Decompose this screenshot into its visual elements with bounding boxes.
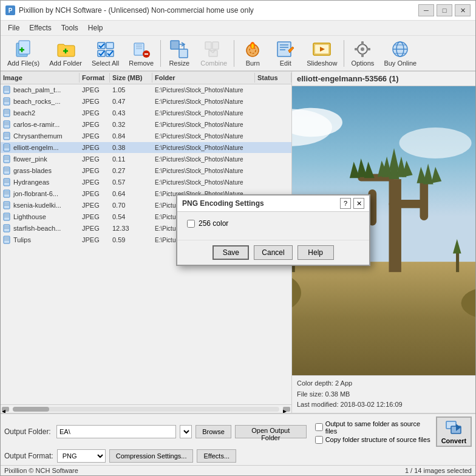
file-name-cell: flower_pink <box>1 154 80 165</box>
resize-button[interactable]: Resize <box>163 37 195 69</box>
scroll-track[interactable] <box>13 407 279 412</box>
svg-rect-50 <box>4 89 9 89</box>
menu-tools[interactable]: Tools <box>56 22 83 34</box>
file-type-icon <box>3 166 12 175</box>
compression-settings-button[interactable]: Compression Settings... <box>109 449 194 463</box>
file-name-cell: beach_rocks_... <box>1 96 80 107</box>
options-icon <box>353 39 372 59</box>
slideshow-button[interactable]: Slideshow <box>302 37 341 69</box>
table-row[interactable]: beach_rocks_...JPEG0.47E:\Pictures\Stock… <box>1 96 291 107</box>
buy-online-button[interactable]: Buy Online <box>379 37 421 69</box>
svg-rect-85 <box>4 191 9 192</box>
minimize-button[interactable]: ─ <box>418 4 434 16</box>
table-row[interactable]: ChrysanthemumJPEG0.84E:\Pictures\Stock_P… <box>1 131 291 142</box>
file-folder-cell: E:\Pictures\Stock_Photos\Nature <box>152 165 255 176</box>
modal-256color-checkbox[interactable] <box>187 220 195 228</box>
horizontal-scrollbar[interactable]: ◂ ▸ <box>1 404 291 413</box>
modal-cancel-button[interactable]: Cancel <box>254 245 292 260</box>
scroll-left-btn[interactable]: ◂ <box>2 407 9 412</box>
options-label: Options <box>351 59 374 67</box>
col-folder[interactable]: Folder <box>152 73 255 83</box>
file-format-cell: JPEG <box>80 188 110 199</box>
svg-rect-99 <box>4 228 9 229</box>
table-row[interactable]: beach2JPEG0.43E:\Pictures\Stock_Photos\N… <box>1 107 291 119</box>
col-image[interactable]: Image <box>1 73 80 83</box>
col-size[interactable]: Size (MB) <box>110 73 152 83</box>
svg-rect-81 <box>4 180 9 180</box>
bottom-bar: Output Folder: Browse Open Output Folder… <box>1 413 475 465</box>
edit-button[interactable]: Edit <box>270 37 301 69</box>
preview-info-line2: File size: 0.38 MB <box>297 389 471 400</box>
modal-save-button[interactable]: Save <box>212 245 249 260</box>
menu-help[interactable]: Help <box>83 22 108 34</box>
add-folder-button[interactable]: Add Folder <box>45 37 86 69</box>
output-format-select[interactable]: PNG JPEG BMP GIF TIFF <box>57 449 106 463</box>
table-row[interactable]: flower_pinkJPEG0.11E:\Pictures\Stock_Pho… <box>1 154 291 165</box>
modal-close-button[interactable]: ✕ <box>353 198 364 209</box>
file-size-cell: 0.11 <box>110 154 152 165</box>
svg-rect-112 <box>389 200 426 208</box>
menu-effects[interactable]: Effects <box>24 22 56 34</box>
browse-button[interactable]: Browse <box>195 425 231 438</box>
file-type-icon <box>3 189 12 198</box>
remove-button[interactable]: Remove <box>124 37 158 69</box>
output-folder-input[interactable] <box>56 425 176 438</box>
scroll-thumb[interactable] <box>13 407 49 412</box>
file-name-text: beach2 <box>13 109 35 117</box>
scroll-right-btn[interactable]: ▸ <box>283 407 290 412</box>
copy-structure-checkbox[interactable] <box>315 436 323 444</box>
file-folder-cell: E:\Pictures\Stock_Photos\Nature <box>152 84 255 95</box>
table-row[interactable]: carlos-e-ramir...JPEG0.32E:\Pictures\Sto… <box>1 119 291 131</box>
toolbar-separator-1 <box>160 40 161 67</box>
file-name-text: Hydrangeas <box>13 178 49 186</box>
select-all-button[interactable]: Select All <box>87 37 123 69</box>
menu-file[interactable]: File <box>3 22 24 34</box>
file-name-cell: grass-blades <box>1 165 80 176</box>
svg-rect-55 <box>4 101 9 102</box>
modal-help-btn[interactable]: Help <box>298 245 334 260</box>
file-name-text: jon-flobrant-6... <box>13 190 58 197</box>
table-row[interactable]: elliott-engelm...JPEG0.38E:\Pictures\Sto… <box>1 142 291 154</box>
file-status-cell <box>255 131 291 141</box>
file-folder-cell: E:\Pictures\Stock_Photos\Nature <box>152 107 255 118</box>
resize-label: Resize <box>169 59 189 67</box>
modal-help-button[interactable]: ? <box>340 198 351 209</box>
file-size-cell: 0.84 <box>110 131 152 141</box>
same-folder-checkbox[interactable] <box>315 423 323 431</box>
maximize-button[interactable]: □ <box>437 4 452 16</box>
svg-rect-61 <box>4 122 9 123</box>
svg-rect-42 <box>367 48 370 50</box>
same-folder-row: Output to same folder as source files <box>315 420 432 435</box>
close-button[interactable]: ✕ <box>455 4 471 16</box>
svg-rect-89 <box>4 203 9 203</box>
add-files-button[interactable]: Add File(s) <box>3 37 44 69</box>
file-name-cell: Hydrangeas <box>1 177 80 188</box>
file-name-text: grass-blades <box>13 167 52 174</box>
svg-rect-62 <box>4 123 9 124</box>
convert-button[interactable]: Convert <box>436 416 472 447</box>
file-format-cell: JPEG <box>80 177 110 188</box>
file-type-icon <box>3 132 12 140</box>
svg-rect-57 <box>4 110 9 111</box>
burn-button[interactable]: Burn <box>237 37 268 69</box>
svg-rect-93 <box>4 214 9 215</box>
output-folder-dropdown[interactable] <box>180 425 192 438</box>
open-folder-button[interactable]: Open Output Folder <box>235 425 307 438</box>
options-button[interactable]: Options <box>347 37 378 69</box>
file-folder-cell: E:\Pictures\Stock_Photos\Nature <box>152 119 255 130</box>
file-name-cell: elliott-engelm... <box>1 142 80 153</box>
table-row[interactable]: grass-bladesJPEG0.27E:\Pictures\Stock_Ph… <box>1 165 291 177</box>
table-row[interactable]: HydrangeasJPEG0.57E:\Pictures\Stock_Phot… <box>1 177 291 188</box>
toolbar-separator-3 <box>344 40 344 67</box>
effects-button[interactable]: Effects... <box>197 449 236 463</box>
file-name-text: beach_palm_t... <box>13 86 61 93</box>
file-name-text: flower_pink <box>13 155 47 163</box>
svg-rect-54 <box>4 100 9 101</box>
svg-rect-108 <box>292 262 475 375</box>
preview-info-line1: Color depth: 2 App <box>297 378 471 389</box>
col-status[interactable]: Status <box>255 73 291 83</box>
slideshow-label: Slideshow <box>307 59 337 67</box>
col-format[interactable]: Format <box>80 73 110 83</box>
table-row[interactable]: beach_palm_t...JPEG1.05E:\Pictures\Stock… <box>1 84 291 96</box>
file-format-cell: JPEG <box>80 131 110 141</box>
